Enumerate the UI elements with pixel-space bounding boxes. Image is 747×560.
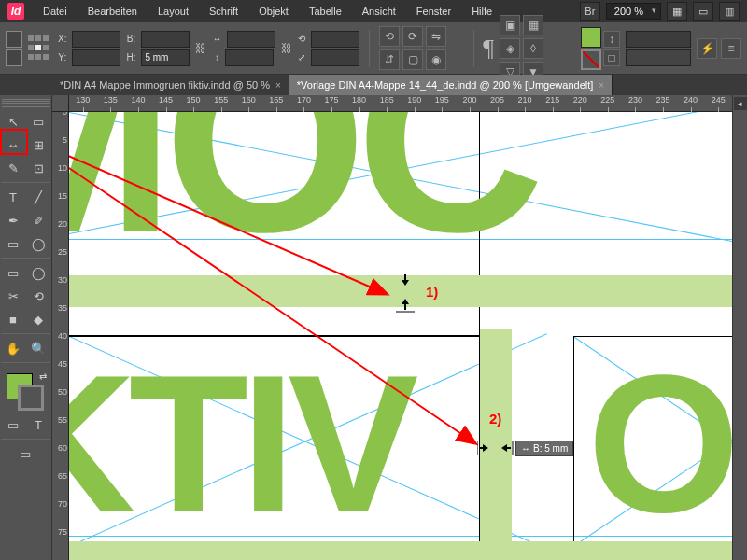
- svg-marker-3: [402, 280, 409, 286]
- width-input[interactable]: [141, 31, 190, 48]
- ruler-tick: 40: [52, 331, 69, 341]
- swap-fill-stroke-icon[interactable]: ↕: [603, 31, 620, 48]
- menu-fenster[interactable]: Fenster: [407, 2, 460, 21]
- ruler-tick: 245: [704, 95, 732, 112]
- wrap-bound-icon[interactable]: ▦: [523, 15, 543, 35]
- menu-schrift[interactable]: Schrift: [200, 2, 247, 21]
- ruler-origin[interactable]: [52, 95, 69, 112]
- screen-mode-icon[interactable]: ▭: [693, 2, 713, 21]
- stroke-swatch[interactable]: [581, 49, 601, 70]
- shear-input[interactable]: [311, 49, 359, 66]
- view-options-icon[interactable]: ▦: [667, 2, 687, 21]
- doc-tab-1[interactable]: *Vorlage DIN A4-Mappe 14_44_de.indd @ 20…: [289, 75, 613, 95]
- y-input[interactable]: [72, 49, 120, 66]
- free-transform-tool[interactable]: ⟲: [26, 285, 50, 307]
- select-content-icon[interactable]: ◉: [426, 49, 446, 70]
- ruler-horizontal[interactable]: 1301351401451501551601651701751801851901…: [69, 95, 732, 112]
- measurement-value: B: 5 mm: [533, 443, 568, 454]
- scale-x-icon: ↔: [212, 34, 221, 44]
- rotate-icon: ⟲: [298, 34, 305, 44]
- menu-layout[interactable]: Layout: [148, 2, 198, 21]
- rotate-cw-icon[interactable]: ⟳: [402, 26, 423, 47]
- pen-tool[interactable]: ✒: [1, 209, 25, 231]
- scale-x-input[interactable]: [227, 31, 275, 48]
- x-input[interactable]: [72, 31, 120, 48]
- flip-v-icon[interactable]: ⇵: [379, 49, 400, 70]
- height-input[interactable]: [141, 49, 190, 66]
- menu-tabelle[interactable]: Tabelle: [300, 2, 351, 21]
- icon-mode-buttons[interactable]: [6, 31, 22, 48]
- ellipse-frame-tool[interactable]: ◯: [26, 232, 50, 255]
- direct-selection-tool[interactable]: ▭: [26, 110, 50, 133]
- gradient-feather-tool[interactable]: ◆: [26, 308, 50, 330]
- menu-bearbeiten[interactable]: Bearbeiten: [78, 2, 147, 21]
- rotate-ccw-icon[interactable]: ⟲: [379, 26, 400, 47]
- ruler-tick: 5: [52, 135, 69, 145]
- rect-frame-tool[interactable]: ▭: [1, 232, 25, 255]
- quick-apply-icon[interactable]: ⚡: [697, 38, 717, 59]
- link-scale-icon[interactable]: ⛓: [281, 42, 292, 55]
- menu-objekt[interactable]: Objekt: [249, 2, 298, 21]
- rotate-input[interactable]: [311, 31, 359, 48]
- stroke-style-select[interactable]: [626, 49, 691, 66]
- line-tool[interactable]: ╱: [26, 186, 50, 208]
- svg-marker-5: [402, 299, 409, 304]
- ruler-tick: 140: [124, 95, 152, 112]
- zoom-level-select[interactable]: 200 %: [606, 3, 661, 20]
- toolbox-handle[interactable]: [2, 99, 50, 108]
- icon-mode-buttons-2[interactable]: [6, 49, 22, 66]
- link-xy-icon[interactable]: ⛓: [195, 42, 206, 55]
- rect-tool[interactable]: ▭: [1, 261, 25, 284]
- width-indicator-icon: ↔: [521, 443, 530, 454]
- default-fill-stroke-icon[interactable]: □: [603, 49, 620, 66]
- apply-text-icon[interactable]: T: [26, 413, 50, 436]
- menu-ansicht[interactable]: Ansicht: [353, 2, 405, 21]
- content-placer-tool[interactable]: ⊡: [26, 157, 50, 179]
- gradient-swatch-tool[interactable]: ■: [1, 308, 25, 330]
- canvas-frame: 1301351401451501551601651701751801851901…: [52, 95, 732, 560]
- close-icon[interactable]: ×: [275, 80, 281, 91]
- reference-point-picker[interactable]: [28, 35, 49, 62]
- close-icon[interactable]: ×: [599, 80, 604, 91]
- ruler-tick: 150: [179, 95, 207, 112]
- ruler-vertical[interactable]: 051015202530354045505560657075: [52, 112, 69, 560]
- flip-h-icon[interactable]: ⇋: [426, 26, 446, 47]
- ellipse-tool[interactable]: ◯: [26, 261, 50, 284]
- scale-y-input[interactable]: [225, 49, 274, 66]
- ruler-tick: 165: [262, 95, 290, 112]
- screen-mode-tool[interactable]: ▭: [1, 442, 49, 465]
- workspace: ↖ ▭ ↔ ⊞ ✎ ⊡ T ╱ ✒ ✐ ▭ ◯ ▭ ◯ ✂ ⟲ ■ ◆ ✋ 🔍: [0, 95, 747, 560]
- hand-tool[interactable]: ✋: [1, 337, 25, 359]
- control-menu-icon[interactable]: ≡: [721, 38, 741, 59]
- zoom-tool[interactable]: 🔍: [26, 337, 50, 359]
- wrap-shape-icon[interactable]: ◈: [500, 38, 520, 59]
- doc-tab-0[interactable]: *DIN A4 Mappe Immogruen fiktiv.indd @ 50…: [52, 75, 289, 95]
- measurement-tooltip: ↔ B: 5 mm: [515, 441, 573, 456]
- select-container-icon[interactable]: ▢: [402, 49, 423, 70]
- ruler-tick: 50: [52, 387, 69, 397]
- stroke-box[interactable]: [18, 385, 44, 411]
- menu-hilfe[interactable]: Hilfe: [462, 2, 501, 21]
- pencil-tool[interactable]: ✐: [26, 209, 50, 231]
- arrange-docs-icon[interactable]: ▥: [719, 2, 740, 21]
- paragraph-sample-icon: ¶: [483, 35, 494, 63]
- page-canvas[interactable]: MOC KTIV OF: [69, 112, 732, 560]
- bridge-button[interactable]: Br: [580, 2, 600, 21]
- scissors-tool[interactable]: ✂: [1, 285, 25, 307]
- apply-color-icon[interactable]: ▭: [1, 413, 25, 436]
- page-tool[interactable]: ⊞: [26, 133, 50, 156]
- ruler-tick: 195: [429, 95, 457, 112]
- ruler-tick: 225: [594, 95, 622, 112]
- wrap-jump-icon[interactable]: ◊: [523, 38, 543, 59]
- type-tool[interactable]: T: [1, 186, 25, 208]
- fill-stroke-proxy[interactable]: ⇄: [1, 370, 50, 413]
- wrap-none-icon[interactable]: ▣: [500, 15, 520, 35]
- ruler-tick: 25: [52, 247, 69, 257]
- expand-panels-icon[interactable]: ◂: [734, 97, 747, 110]
- menu-datei[interactable]: Datei: [34, 2, 77, 21]
- fill-swatch[interactable]: [581, 27, 601, 48]
- swap-icon[interactable]: ⇄: [39, 371, 47, 382]
- stroke-weight-input[interactable]: [626, 31, 691, 48]
- measure-arrows-horizontal: [477, 439, 514, 457]
- content-collector-tool[interactable]: ✎: [1, 157, 25, 179]
